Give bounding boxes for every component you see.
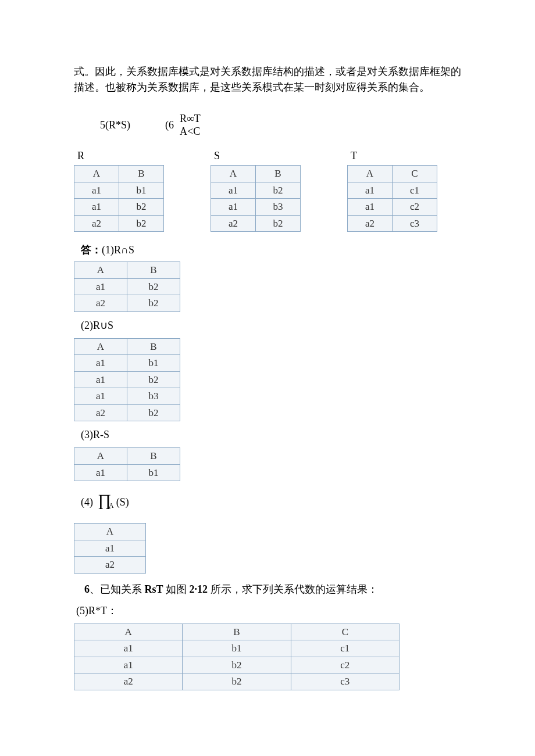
q6-num: 6	[84, 583, 90, 595]
header-cell: A	[74, 448, 127, 465]
question-row: 5(R*S) (6 R∞T A<C	[100, 113, 461, 138]
table-cell: a1	[348, 199, 393, 216]
header-cell: C	[291, 624, 399, 640]
table-cell: b2	[127, 278, 180, 295]
table-cell: b2	[119, 215, 164, 232]
table-cell: a1	[74, 199, 119, 216]
table-cell: a1	[74, 464, 127, 481]
header-cell: B	[127, 448, 180, 465]
table-cell: a2	[74, 557, 146, 574]
table-ans5: ABC a1b1c1 a1b2c2 a2b2c3	[74, 624, 400, 690]
ans4-num: (4)	[81, 495, 93, 510]
intro-paragraph: 式。因此，关系数据库模式是对关系数据库结构的描述，或者是对关系数据库框架的描述。…	[74, 64, 461, 95]
table-ans4: A a1 a2	[74, 523, 146, 574]
answer3-label: (3)R-S	[81, 427, 461, 443]
table-cell: b2	[127, 371, 180, 388]
q5-label: 5(R*S)	[100, 117, 130, 133]
table-cell: b1	[183, 640, 291, 657]
table-cell: b2	[127, 295, 180, 312]
table-cell: c3	[393, 215, 437, 232]
q6-suf: 所示，求下列关系代数的运算结果：	[211, 583, 378, 595]
table-cell: a1	[211, 182, 256, 199]
table-cell: a1	[74, 657, 183, 673]
pi-subscript: A	[109, 501, 114, 510]
header-cell: A	[74, 166, 119, 182]
table-cell: c2	[291, 657, 399, 673]
table-cell: b2	[183, 657, 291, 673]
answer1-label: 答：(1)R∩S	[81, 242, 461, 258]
header-cell: B	[127, 262, 180, 279]
table-cell: c1	[291, 640, 399, 657]
q6-mid1: 如图	[166, 583, 187, 595]
header-cell: B	[119, 166, 164, 182]
q6-top: R∞T	[180, 113, 201, 126]
table-cell: b2	[256, 215, 301, 232]
header-cell: A	[211, 166, 256, 182]
q6-fig: 2·12	[190, 583, 208, 595]
header-cell: A	[74, 338, 127, 355]
q6-bot: A<C	[180, 126, 201, 138]
table-cell: a2	[74, 404, 127, 421]
table-cell: b2	[183, 673, 291, 690]
table-cell: b1	[127, 464, 180, 481]
answer5-label: (5)R*T：	[76, 603, 461, 619]
header-cell: B	[183, 624, 291, 640]
header-cell: A	[74, 524, 146, 540]
table-cell: b2	[256, 182, 301, 199]
header-cell: A	[74, 624, 183, 640]
table-cell: c1	[393, 182, 437, 199]
table-ans3: AB a1b1	[74, 447, 180, 481]
ans1-text: (1)R∩S	[102, 244, 134, 256]
table-cell: a2	[74, 215, 119, 232]
table-cell: a2	[74, 295, 127, 312]
table-cell: a1	[74, 278, 127, 295]
table-cell: c3	[291, 673, 399, 690]
answer4-label: (4) ∏A(S)	[81, 488, 461, 513]
table-ans2: AB a1b1 a1b2 a1b3 a2b2	[74, 338, 180, 422]
table-cell: a1	[74, 182, 119, 199]
q6-rst: RsT	[145, 583, 163, 595]
header-cell: A	[348, 166, 393, 182]
table-cell: b2	[119, 199, 164, 216]
header-cell: A	[74, 262, 127, 279]
table-cell: a1	[348, 182, 393, 199]
answer2-label: (2)R∪S	[81, 318, 461, 334]
q6-pref: 已知关系	[100, 583, 142, 595]
table-cell: a2	[348, 215, 393, 232]
table-cell: a1	[211, 199, 256, 216]
table-cell: a2	[211, 215, 256, 232]
table-ans1: AB a1b2 a2b2	[74, 261, 180, 312]
header-cell: B	[256, 166, 301, 182]
table-cell: b2	[127, 404, 180, 421]
q6-heading: 6、已知关系 RsT 如图 2·12 所示，求下列关系代数的运算结果：	[84, 582, 461, 597]
header-cell: B	[127, 338, 180, 355]
table-cell: b1	[127, 355, 180, 372]
table-cell: a2	[74, 673, 183, 690]
label-R: R	[74, 148, 164, 164]
table-cell: a1	[74, 388, 127, 405]
table-cell: a1	[74, 640, 183, 657]
table-T: AC a1c1 a1c2 a2c3	[347, 165, 437, 232]
header-cell: C	[393, 166, 437, 182]
table-R: AB a1b1 a1b2 a2b2	[74, 165, 164, 232]
q6-wrap: (6 R∞T A<C	[165, 113, 201, 138]
label-T: T	[347, 148, 437, 164]
ans-prefix: 答：	[81, 244, 102, 256]
pi-arg: (S)	[116, 496, 129, 508]
triple-tables: R AB a1b1 a1b2 a2b2 S AB a1b2 a1b3 a2b2 …	[74, 148, 461, 232]
label-S: S	[211, 148, 301, 164]
q6-paren: (6	[165, 117, 174, 133]
table-cell: b3	[256, 199, 301, 216]
table-cell: b3	[127, 388, 180, 405]
table-cell: a1	[74, 355, 127, 372]
table-cell: c2	[393, 199, 437, 216]
table-cell: b1	[119, 182, 164, 199]
table-S: AB a1b2 a1b3 a2b2	[211, 165, 301, 232]
q6-sep: 、	[90, 583, 100, 595]
table-cell: a1	[74, 540, 146, 557]
table-cell: a1	[74, 371, 127, 388]
